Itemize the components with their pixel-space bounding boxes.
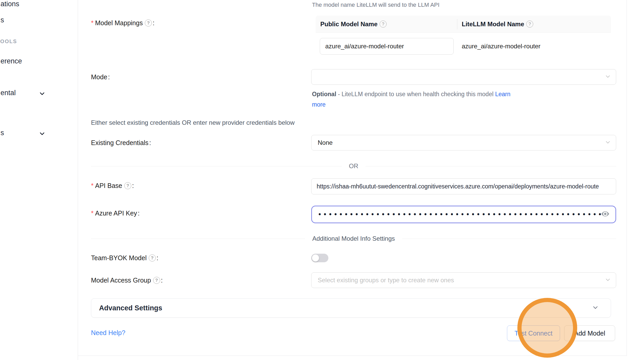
column-header-litellm-model-name: LiteLLM Model Name ? xyxy=(457,21,533,28)
help-circle-icon[interactable]: ? xyxy=(526,21,533,28)
sidebar-item-erence[interactable]: erence xyxy=(1,57,22,65)
existing-credentials-label: Existing Credentials : xyxy=(91,139,151,147)
chevron-down-icon xyxy=(592,304,599,312)
azure-api-key-label-text: Azure API Key xyxy=(95,210,137,217)
advanced-settings-panel[interactable]: Advanced Settings xyxy=(91,298,611,318)
sidebar-item-s1[interactable]: s xyxy=(1,16,4,24)
chevron-down-icon[interactable] xyxy=(38,90,46,97)
model-access-group-select[interactable]: Select existing groups or type to create… xyxy=(311,272,616,288)
model-name-help-text: The model name LiteLLM will send to the … xyxy=(312,2,439,8)
existing-credentials-select[interactable]: None xyxy=(311,135,616,150)
team-byok-label: Team-BYOK Model ? : xyxy=(91,254,158,262)
mode-label-text: Mode xyxy=(91,73,107,81)
test-connect-button[interactable]: Test Connect xyxy=(507,325,560,341)
model-access-group-label-text: Model Access Group xyxy=(91,277,151,284)
api-base-label-text: API Base xyxy=(95,182,122,189)
credentials-note: Either select existing credentials OR en… xyxy=(91,119,295,126)
help-circle-icon[interactable]: ? xyxy=(145,19,152,27)
divider-line xyxy=(366,166,616,166)
help-circle-icon[interactable]: ? xyxy=(149,254,156,261)
sidebar-section-tools: TOOLS xyxy=(0,38,17,44)
public-model-name-input[interactable] xyxy=(320,38,454,55)
existing-credentials-value: None xyxy=(318,139,333,146)
required-asterisk: * xyxy=(91,182,94,189)
label-colon: : xyxy=(108,73,110,81)
sidebar-item-ental[interactable]: ental xyxy=(1,89,16,97)
model-mappings-table: Public Model Name ? LiteLLM Model Name ?… xyxy=(316,16,611,60)
or-divider: OR xyxy=(91,162,616,170)
model-access-group-placeholder: Select existing groups or type to create… xyxy=(318,277,454,284)
label-colon: : xyxy=(153,19,154,27)
help-circle-icon[interactable]: ? xyxy=(124,182,131,189)
eye-icon[interactable] xyxy=(601,210,610,219)
toggle-knob xyxy=(312,254,319,261)
label-colon: : xyxy=(161,277,163,284)
existing-credentials-label-text: Existing Credentials xyxy=(91,139,148,147)
help-circle-icon[interactable]: ? xyxy=(380,21,387,28)
divider-line xyxy=(402,239,616,239)
azure-api-key-label: * Azure API Key : xyxy=(91,210,140,217)
azure-api-key-input[interactable] xyxy=(312,211,601,218)
card-bottom-border xyxy=(78,356,627,356)
label-colon: : xyxy=(132,182,134,189)
need-help-link[interactable]: Need Help? xyxy=(91,329,125,337)
label-colon: : xyxy=(149,139,151,147)
card-right-border xyxy=(627,0,627,356)
column-header-public-model-name: Public Model Name ? xyxy=(316,21,457,28)
sidebar-item-s2[interactable]: s xyxy=(1,129,4,137)
column-divider xyxy=(457,19,457,29)
header-text: LiteLLM Model Name xyxy=(462,21,524,28)
divider-line xyxy=(91,166,342,166)
model-access-group-label: Model Access Group ? : xyxy=(91,277,163,284)
label-colon: : xyxy=(138,210,140,217)
advanced-settings-title: Advanced Settings xyxy=(99,304,162,312)
chevron-down-icon xyxy=(605,277,611,284)
table-header-row: Public Model Name ? LiteLLM Model Name ? xyxy=(316,16,611,33)
team-byok-toggle[interactable] xyxy=(311,254,328,262)
mode-help-text: Optional - LiteLLM endpoint to use when … xyxy=(312,89,523,110)
api-base-label: * API Base ? : xyxy=(91,182,134,189)
optional-bold: Optional xyxy=(312,91,336,97)
litellm-model-name-value: azure_ai/azure-model-router xyxy=(462,38,541,55)
sidebar-divider xyxy=(78,0,78,360)
info-divider-text: Additional Model Info Settings xyxy=(312,235,395,242)
mode-help-rest: - LiteLLM endpoint to use when health ch… xyxy=(336,91,495,97)
help-circle-icon[interactable]: ? xyxy=(153,277,160,284)
api-base-input[interactable] xyxy=(311,178,616,194)
chevron-down-icon xyxy=(605,74,611,80)
info-divider: Additional Model Info Settings xyxy=(91,235,616,243)
team-byok-label-text: Team-BYOK Model xyxy=(91,254,147,262)
label-colon: : xyxy=(157,254,158,262)
add-model-button[interactable]: Add Model xyxy=(564,325,615,341)
required-asterisk: * xyxy=(91,19,94,27)
chevron-down-icon xyxy=(605,139,611,146)
divider-line xyxy=(91,239,305,239)
chevron-down-icon[interactable] xyxy=(38,130,46,137)
mode-select[interactable] xyxy=(311,69,616,85)
azure-api-key-field xyxy=(311,206,616,223)
sidebar-item-ations[interactable]: ations xyxy=(1,0,19,8)
model-mappings-label-text: Model Mappings xyxy=(95,19,143,27)
header-text: Public Model Name xyxy=(320,21,378,28)
required-asterisk: * xyxy=(91,210,94,217)
or-divider-text: OR xyxy=(349,162,358,170)
model-mappings-label: * Model Mappings ? : xyxy=(91,19,154,27)
mode-label: Mode : xyxy=(91,73,110,81)
